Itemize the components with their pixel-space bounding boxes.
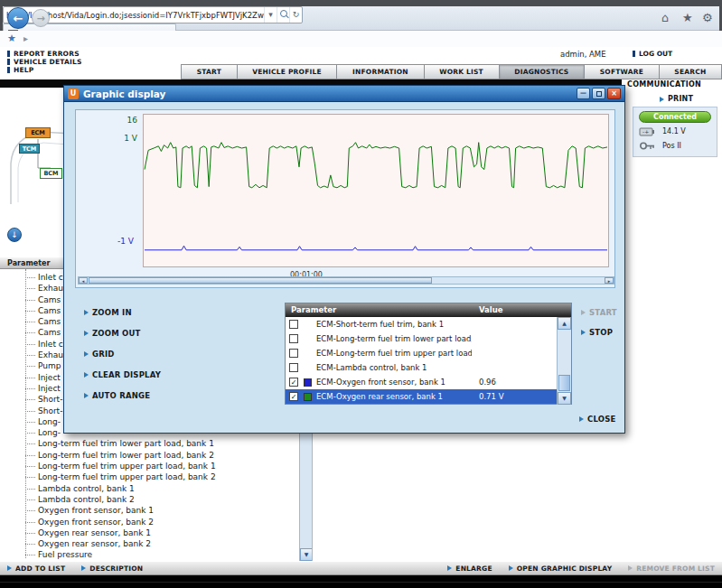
home-icon[interactable]: ⌂ bbox=[661, 11, 669, 24]
scroll-down-icon[interactable]: ▼ bbox=[300, 548, 313, 561]
help-link[interactable]: HELP bbox=[7, 66, 33, 74]
close-dialog-button[interactable]: CLOSE bbox=[579, 415, 616, 424]
tree-item[interactable]: Lambda control, bank 1 bbox=[0, 483, 299, 494]
favorites-arrow-icon[interactable]: ▸ bbox=[23, 33, 28, 43]
tree-item[interactable]: Oxygen rear sensor, bank 1 bbox=[0, 527, 299, 538]
table-row[interactable]: ECM-Lambda control, bank 1 bbox=[286, 360, 557, 375]
arrow-icon bbox=[84, 331, 89, 336]
tree-item[interactable]: Oxygen front sensor, bank 1 bbox=[0, 505, 299, 516]
scroll-right-icon[interactable]: ▸ bbox=[605, 277, 614, 284]
arrow-icon bbox=[581, 330, 586, 335]
bullet-icon bbox=[633, 51, 635, 57]
connection-status-badge: Connected bbox=[639, 111, 711, 123]
back-button[interactable]: ← bbox=[7, 7, 29, 29]
table-row[interactable]: ECM-Long-term fuel trim lower part load,… bbox=[286, 331, 557, 346]
toolbar-label: DESCRIPTION bbox=[89, 565, 143, 573]
y-axis-tick-16: 16 bbox=[110, 116, 137, 125]
bullet-icon bbox=[7, 51, 10, 57]
communication-panel: Connected -+ 14.1 V Pos II bbox=[633, 107, 717, 157]
forward-button[interactable]: → bbox=[32, 9, 50, 27]
footer-line bbox=[0, 582, 722, 583]
row-checkbox[interactable]: ✓ bbox=[289, 392, 298, 401]
grid-button[interactable]: GRID bbox=[84, 350, 161, 359]
zoom-in-button[interactable]: ZOOM IN bbox=[84, 308, 161, 317]
tree-item[interactable]: Long-term fuel trim upper part load, ban… bbox=[0, 461, 299, 471]
print-button[interactable]: PRINT bbox=[660, 95, 693, 103]
stop-button[interactable]: STOP bbox=[581, 328, 613, 337]
scroll-left-icon[interactable]: ◂ bbox=[79, 277, 88, 284]
logout-label: LOG OUT bbox=[639, 50, 672, 58]
table-row[interactable]: ✓ECM-Oxygen front sensor, bank 10.96 bbox=[286, 375, 557, 389]
favorites-icon[interactable]: ★ bbox=[682, 11, 693, 24]
tree-item[interactable]: Long-term fuel trim lower part load, ban… bbox=[0, 450, 299, 461]
tools-gear-icon[interactable]: ⚙ bbox=[702, 11, 713, 24]
nav-tab-information[interactable]: INFORMATION bbox=[337, 64, 424, 79]
table-row[interactable]: ECM-Long-term fuel trim upper part load,… bbox=[286, 346, 557, 360]
close-label: CLOSE bbox=[587, 415, 616, 424]
nav-tab-vehicle-profile[interactable]: VEHICLE PROFILE bbox=[238, 64, 338, 79]
close-button[interactable]: × bbox=[607, 88, 621, 99]
module-tcm[interactable]: TCM bbox=[19, 144, 40, 154]
arrow-icon bbox=[84, 310, 89, 315]
row-checkbox[interactable] bbox=[289, 320, 298, 329]
ignition-position-row: Pos II bbox=[639, 141, 681, 151]
row-value: 0.96 bbox=[479, 375, 496, 389]
graph-horizontal-scrollbar[interactable]: ◂ ▸ bbox=[78, 276, 614, 285]
collapse-arrow-icon[interactable]: ↓ bbox=[7, 228, 22, 242]
nav-tab-search[interactable]: SEARCH bbox=[660, 64, 722, 79]
row-checkbox[interactable] bbox=[289, 363, 298, 372]
toolbar-description[interactable]: DESCRIPTION bbox=[81, 565, 143, 573]
vehicle-details-link[interactable]: VEHICLE DETAILS bbox=[7, 58, 82, 66]
scroll-thumb[interactable] bbox=[558, 375, 570, 391]
tree-item[interactable]: Lambda control, bank 2 bbox=[0, 494, 299, 505]
graphic-display-dialog: U Graphic display — × 16 1 V -1 V 00:01:… bbox=[63, 85, 625, 434]
toolbar-enlarge[interactable]: ENLARGE bbox=[447, 565, 492, 573]
arrow-icon bbox=[447, 565, 452, 571]
maximize-button[interactable] bbox=[592, 88, 605, 99]
maximize-icon bbox=[596, 91, 602, 97]
report-errors-link[interactable]: REPORT ERRORS bbox=[7, 50, 80, 58]
favorites-star-icon[interactable]: ★ bbox=[7, 33, 16, 44]
tree-item[interactable]: Oxygen front sensor, bank 2 bbox=[0, 517, 299, 527]
row-checkbox[interactable]: ✓ bbox=[289, 378, 298, 387]
column-parameter: Parameter bbox=[291, 303, 336, 317]
auto-range-button[interactable]: AUTO RANGE bbox=[84, 391, 161, 400]
dialog-titlebar[interactable]: U Graphic display — × bbox=[64, 86, 624, 102]
module-ecm[interactable]: ECM bbox=[25, 127, 51, 138]
row-checkbox[interactable] bbox=[289, 349, 298, 358]
minimize-button[interactable]: — bbox=[577, 88, 590, 99]
toolbar-open-graphic-display[interactable]: OPEN GRAPHIC DISPLAY bbox=[509, 565, 613, 573]
table-scrollbar[interactable]: ▲ ▼ bbox=[557, 317, 571, 405]
clear-display-button[interactable]: CLEAR DISPLAY bbox=[84, 370, 161, 379]
nav-tab-software[interactable]: SOFTWARE bbox=[585, 64, 660, 79]
bullet-icon bbox=[7, 59, 10, 65]
row-checkbox[interactable] bbox=[289, 334, 298, 343]
table-row[interactable]: ✓ECM-Oxygen rear sensor, bank 10.71 V bbox=[286, 389, 557, 404]
arrow-icon bbox=[7, 565, 12, 571]
module-bcm[interactable]: BCM bbox=[40, 168, 62, 179]
trace-color-swatch bbox=[304, 393, 312, 401]
table-row[interactable]: ECM-Short-term fuel trim, bank 1 bbox=[286, 317, 557, 331]
help-label: HELP bbox=[14, 66, 33, 74]
start-label: START bbox=[589, 308, 617, 317]
nav-tab-work-list[interactable]: WORK LIST bbox=[425, 64, 500, 79]
scroll-thumb[interactable] bbox=[89, 277, 432, 284]
toolbar-add-to-list[interactable]: ADD TO LIST bbox=[7, 565, 65, 573]
toolbar-label: OPEN GRAPHIC DISPLAY bbox=[517, 565, 613, 573]
search-icon[interactable] bbox=[277, 7, 289, 23]
nav-tab-diagnostics[interactable]: DIAGNOSTICS bbox=[500, 64, 586, 79]
arrow-icon bbox=[84, 372, 89, 378]
trace-color-swatch bbox=[304, 378, 312, 387]
vida-app-icon: U bbox=[68, 89, 79, 99]
tree-item[interactable]: Long-term fuel trim lower part load, ban… bbox=[0, 438, 299, 449]
logout-link[interactable]: LOG OUT bbox=[633, 50, 672, 58]
scroll-up-icon[interactable]: ▲ bbox=[558, 317, 571, 330]
refresh-icon[interactable]: ↻ bbox=[289, 7, 302, 23]
tree-item[interactable]: Long-term fuel trim upper part load, ban… bbox=[0, 471, 299, 482]
zoom-out-button[interactable]: ZOOM OUT bbox=[84, 329, 161, 338]
nav-tab-start[interactable]: START bbox=[181, 64, 238, 79]
tree-item[interactable]: Oxygen rear sensor, bank 2 bbox=[0, 538, 299, 549]
scroll-down-icon[interactable]: ▼ bbox=[558, 392, 571, 405]
address-dropdown-icon[interactable]: ▾ bbox=[264, 7, 277, 23]
tree-item[interactable]: Fuel pressure bbox=[0, 549, 299, 560]
